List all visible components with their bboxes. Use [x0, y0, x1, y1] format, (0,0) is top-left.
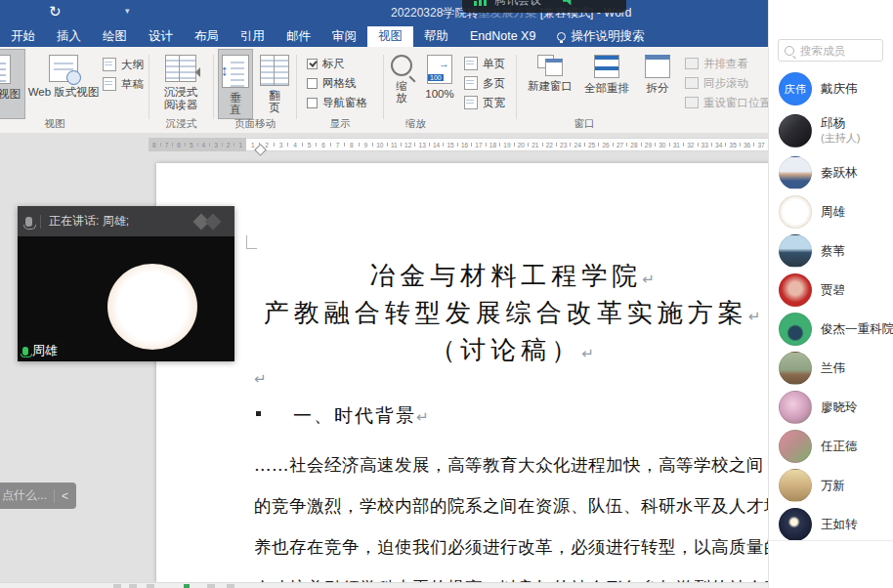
panel-divider [769, 540, 893, 541]
ribbon-tab[interactable]: EndNote X9 [459, 26, 546, 47]
zoom-100-button[interactable]: 100% [421, 49, 458, 119]
one-page-button[interactable]: 单页 [464, 54, 505, 73]
ruler-text-segment: 1234567891011121314151617181920212223242… [246, 138, 769, 151]
paragraph-mark: ↵ [581, 345, 594, 362]
ribbon-tab[interactable]: 绘图 [92, 26, 138, 47]
draft-view-button[interactable]: 草稿 [103, 74, 144, 94]
participant-name-tag: 周雄 [18, 340, 65, 361]
multiple-pages-button[interactable]: 多页 [464, 73, 505, 93]
titlebar: ↻ ▾ 20220328学院转型发展方案 [兼容模式] - Word [0, 0, 769, 26]
quick-access-caret-icon[interactable]: ▾ [125, 6, 130, 16]
ribbon-tab[interactable]: 审阅 [321, 26, 367, 47]
participant-name: 万新 [821, 479, 845, 493]
ribbon-tab[interactable]: 帮助 [413, 26, 459, 47]
ribbon-tab[interactable]: 插入 [46, 26, 92, 47]
participant-row[interactable]: 庆伟 戴庆伟 [769, 69, 893, 108]
participant-row[interactable]: 廖晓玲 [769, 388, 893, 427]
reset-window-position-button: 重设窗口位置 [685, 93, 771, 112]
draft-icon [103, 77, 116, 91]
search-member-box[interactable] [778, 39, 883, 62]
vertical-button[interactable]: 垂直 [218, 49, 253, 119]
participant-row[interactable]: 贾碧 [769, 271, 893, 310]
participant-row[interactable]: 任正德 [769, 427, 893, 466]
paragraph-mark: ↵ [416, 408, 429, 426]
participant-avatar [779, 273, 812, 307]
new-window-button[interactable]: 新建窗口 [523, 49, 577, 119]
participant-name: 王如转 [821, 518, 858, 532]
horizontal-ruler[interactable]: 87654321 1234567891011121314151617181920… [149, 138, 769, 151]
margin-crop-mark [246, 235, 257, 249]
page-width-button[interactable]: 页宽 [464, 93, 505, 112]
ruler-checkbox-row[interactable]: 标尺 [307, 54, 367, 73]
group-label-immersive: 沉浸式 [149, 117, 213, 131]
print-layout-button[interactable]: 页面视图 [0, 49, 25, 119]
meeting-floating-bar[interactable]: 腾讯会议 [462, 0, 626, 13]
chat-placeholder[interactable]: 点什么... [2, 487, 47, 504]
synchronous-scrolling-icon [685, 77, 699, 89]
gridlines-checkbox-row[interactable]: 网格线 [307, 73, 367, 93]
speaker-icon[interactable] [563, 0, 574, 6]
navpane-checkbox[interactable] [307, 98, 318, 108]
gridlines-checkbox[interactable] [307, 78, 318, 89]
arrange-all-button[interactable]: 全部重排 [579, 49, 634, 119]
video-feed: 周雄 [18, 236, 234, 361]
show-checkboxes: 标尺 网格线 导航窗格 [307, 54, 367, 112]
document-page[interactable]: 冶金与材料工程学院↵ 产教融合转型发展综合改革实施方案↵ （讨论稿）↵ ↵ 一、… [156, 163, 769, 582]
zoom-button[interactable]: 缩放 [386, 49, 417, 119]
ribbon-tab[interactable]: 布局 [184, 26, 230, 47]
participant-row[interactable]: 秦跃林 [769, 153, 893, 192]
lightbulb-icon [557, 32, 566, 41]
outline-icon [103, 58, 116, 71]
outline-view-button[interactable]: 大纲 [103, 55, 144, 74]
participant-name: 任正德 [821, 440, 858, 454]
participant-row[interactable]: 万新 [769, 466, 893, 505]
repeat-icon[interactable]: ↻ [49, 3, 62, 21]
ribbon-tab[interactable]: 邮件 [276, 26, 321, 47]
web-layout-button[interactable]: Web 版式视图 [27, 49, 100, 119]
participant-row[interactable]: 俊杰一重科院 [769, 310, 893, 349]
one-page-icon [464, 57, 478, 70]
collapse-chevron-icon[interactable]: < [62, 489, 76, 503]
ribbon-group-page-movement: 垂直 翻页 页面移动 [214, 47, 296, 133]
ribbon-tab[interactable]: 视图 [367, 26, 413, 47]
immersive-reader-button[interactable]: 沉浸式 阅读器 [153, 49, 208, 119]
ribbon-tab[interactable]: 操作说明搜索 [546, 26, 655, 47]
document-title-line: 产教融合转型发展综合改革实施方案↵ [244, 294, 769, 331]
search-input[interactable] [798, 44, 871, 58]
group-label-zoom: 缩放 [384, 117, 447, 131]
participant-avatar [779, 313, 812, 346]
chat-input-bar[interactable]: 点什么... < [0, 483, 76, 509]
participant-row[interactable]: 兰伟 [769, 349, 893, 388]
participant-avatar [779, 114, 812, 147]
participant-row[interactable]: 王如转 [769, 505, 893, 544]
zoom-small-buttons: 单页 多页 页宽 [464, 54, 505, 112]
ribbon-tab[interactable]: 设计 [138, 26, 184, 47]
side-to-side-button[interactable]: 翻页 [257, 49, 292, 119]
ribbon-tab[interactable]: 开始 [0, 26, 46, 47]
participant-row[interactable]: 邱杨 (主持人) [769, 108, 893, 153]
ribbon-tab[interactable]: 引用 [230, 26, 276, 47]
participant-avatar [779, 469, 812, 502]
arrange-all-icon [594, 55, 619, 78]
participant-name: 贾碧 [821, 283, 845, 298]
ruler-checkbox[interactable] [307, 59, 318, 69]
new-window-icon [537, 55, 563, 76]
participant-row[interactable]: 周雄 [769, 192, 893, 231]
participant-avatar [779, 430, 812, 463]
group-label-show: 显示 [297, 117, 383, 131]
participant-avatar: 庆伟 [779, 72, 812, 105]
navpane-checkbox-row[interactable]: 导航窗格 [307, 93, 367, 112]
chatbar-divider [54, 489, 55, 503]
multiple-pages-icon [464, 76, 478, 90]
video-overlay-header[interactable]: 正在讲话: 周雄; [18, 206, 234, 236]
participant-row[interactable]: 蔡苇 [769, 231, 893, 271]
split-button[interactable]: 拆分 [636, 49, 679, 119]
participant-name: 廖晓玲 [821, 400, 858, 415]
group-label-window: 窗口 [517, 117, 652, 131]
participant-name: 邱杨 [821, 116, 860, 131]
ribbon-tab-bar: 开始 插入 绘图 设计 布局 引用 邮件 审阅 视图 帮助 EndNote X9… [0, 26, 769, 47]
video-call-overlay[interactable]: 正在讲话: 周雄; 周雄 [18, 206, 234, 361]
document-text-line: ……社会经济高速发展，高等教育大众化进程加快，高等学校之间 [254, 444, 769, 485]
participant-avatar [779, 195, 812, 229]
participant-avatar [779, 391, 812, 424]
